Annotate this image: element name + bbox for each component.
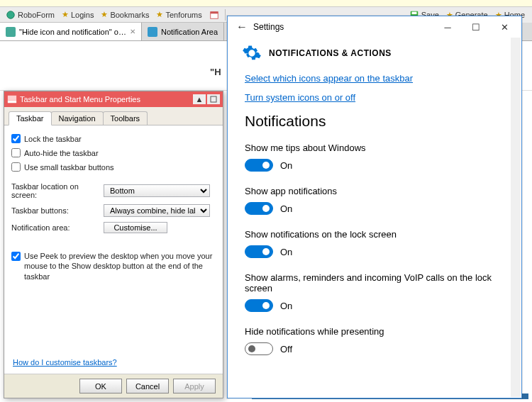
tenforums-button[interactable]: ★Tenforums (153, 9, 204, 20)
back-button[interactable]: ← (231, 21, 253, 33)
settings-body: Select which icons appear on the taskbar… (228, 73, 521, 399)
scrollbar[interactable] (511, 38, 521, 397)
option-label: Show alarms, reminders and incoming VoIP… (245, 272, 504, 294)
tab-hide-icon[interactable]: "Hide icon and notification" optio... ✕ (0, 23, 142, 40)
presenting-option: Hide notifications while presenting Off (245, 326, 504, 355)
settings-title: Settings (253, 22, 284, 32)
roboform-button[interactable]: RoboForm (3, 9, 57, 21)
lock-taskbar-checkbox[interactable]: Lock the taskbar (11, 134, 216, 143)
quote-fragment: "H (210, 67, 221, 77)
svg-point-0 (7, 11, 15, 18)
separator (225, 9, 226, 21)
small-buttons-checkbox[interactable]: Use small taskbar buttons (11, 162, 216, 172)
app-notifications-option: Show app notifications On (245, 186, 504, 215)
toggle-state: Off (280, 344, 292, 354)
favicon (148, 27, 157, 37)
favicon (6, 27, 16, 37)
location-label: Taskbar location on screen: (11, 182, 104, 199)
lockscreen-toggle[interactable] (245, 245, 273, 258)
dialog-body: Lock the taskbar Auto-hide the taskbar U… (4, 125, 223, 295)
svg-rect-4 (411, 12, 416, 15)
settings-window: ← Settings ─ ☐ ✕ NOTIFICATIONS & ACTIONS… (227, 16, 522, 398)
bookmarks-button[interactable]: ★Bookmarks (98, 9, 152, 20)
taskbar-icon (7, 94, 17, 104)
option-label: Show app notifications (245, 186, 504, 196)
help-link[interactable]: How do I customise taskbars? (13, 358, 117, 367)
tenforums-label: Tenforums (165, 11, 201, 19)
maximize-button[interactable]: ☐ (462, 16, 490, 38)
dialog-tabs: Taskbar Navigation Toolbars (4, 107, 223, 125)
tab-navigation[interactable]: Navigation (51, 111, 104, 125)
ok-button[interactable]: OK (79, 379, 122, 393)
calendar-button[interactable] (206, 9, 222, 21)
bookmarks-label: Bookmarks (110, 11, 149, 19)
close-button[interactable] (207, 94, 220, 104)
tab-label: "Hide icon and notification" optio... (19, 28, 126, 36)
dialog-title: Taskbar and Start Menu Properties (20, 95, 140, 104)
settings-heading: NOTIFICATIONS & ACTIONS (269, 48, 392, 58)
svg-rect-6 (8, 96, 16, 101)
alarms-option: Show alarms, reminders and incoming VoIP… (245, 272, 504, 312)
tips-toggle[interactable] (245, 159, 273, 172)
toggle-state: On (280, 301, 292, 311)
autohide-checkbox[interactable]: Auto-hide the taskbar (11, 148, 216, 157)
svg-rect-5 (8, 101, 16, 104)
cancel-button[interactable]: Cancel (126, 379, 169, 393)
option-label: Show me tips about Windows (245, 143, 504, 153)
app-notifications-toggle[interactable] (245, 202, 273, 215)
tab-toolbars[interactable]: Toolbars (103, 111, 148, 125)
tab-label: Notification Area (161, 28, 218, 36)
roboform-label: RoboForm (18, 11, 55, 19)
logins-button[interactable]: ★Logins (59, 9, 96, 20)
dialog-buttons: OK Cancel Apply (4, 374, 223, 398)
system-icons-link[interactable]: Turn system icons on or off (245, 92, 504, 103)
buttons-select[interactable]: Always combine, hide labels (104, 204, 210, 217)
gear-icon (242, 43, 262, 63)
tips-option: Show me tips about Windows On (245, 143, 504, 172)
toggle-state: On (280, 247, 292, 257)
calendar-icon (209, 10, 219, 20)
close-icon[interactable]: ✕ (130, 28, 135, 35)
buttons-label: Taskbar buttons: (11, 206, 104, 215)
option-label: Show notifications on the lock screen (245, 229, 504, 240)
presenting-toggle[interactable] (245, 342, 273, 355)
svg-rect-2 (211, 11, 218, 13)
customise-button[interactable]: Customise... (104, 222, 167, 233)
taskbar-icons-link[interactable]: Select which icons appear on the taskbar (245, 73, 504, 84)
settings-titlebar[interactable]: ← Settings ─ ☐ ✕ (228, 16, 521, 38)
tab-notification-area[interactable]: Notification Area (142, 23, 224, 40)
tab-taskbar[interactable]: Taskbar (9, 111, 52, 125)
dialog-titlebar[interactable]: Taskbar and Start Menu Properties ▲ (4, 91, 223, 107)
toggle-state: On (280, 203, 292, 214)
location-select[interactable]: Bottom (104, 184, 210, 197)
page-background: RoboForm ★Logins ★Bookmarks ★Tenforums S… (0, 0, 532, 402)
notifications-heading: Notifications (245, 113, 504, 130)
lockscreen-option: Show notifications on the lock screen On (245, 229, 504, 258)
close-button[interactable]: ✕ (490, 16, 519, 38)
minimize-button[interactable]: ─ (433, 16, 462, 38)
logins-label: Logins (71, 11, 94, 19)
alarms-toggle[interactable] (245, 299, 273, 312)
address-bar-stub (0, 0, 532, 7)
notification-area-label: Notification area: (11, 223, 104, 232)
apply-button[interactable]: Apply (173, 379, 216, 393)
option-label: Hide notifications while presenting (245, 326, 504, 337)
svg-rect-7 (211, 96, 216, 102)
peek-checkbox[interactable]: Use Peek to preview the desktop when you… (11, 251, 216, 281)
toggle-state: On (280, 160, 292, 171)
help-button[interactable]: ▲ (193, 94, 206, 104)
roboform-icon (6, 10, 16, 20)
taskbar-properties-dialog: Taskbar and Start Menu Properties ▲ Task… (4, 91, 223, 398)
settings-header: NOTIFICATIONS & ACTIONS (228, 38, 521, 73)
